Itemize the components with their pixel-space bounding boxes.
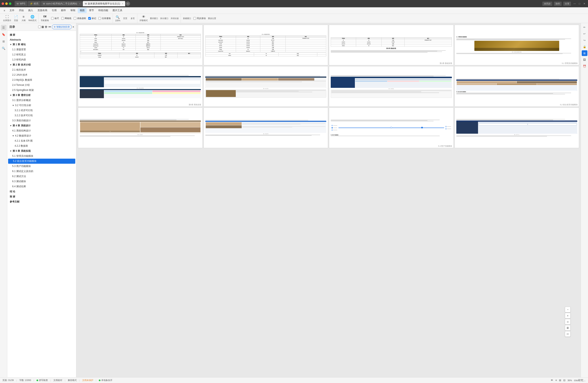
toc-abstract[interactable]: 摘 要 [7, 32, 76, 38]
toc-panel-icon[interactable]: ☰ [1, 25, 6, 30]
rp-clock-icon[interactable]: ⏰ [582, 63, 588, 69]
menu-review[interactable]: 审阅 [68, 8, 77, 13]
bookmark-icon[interactable]: 🔖 [1, 32, 6, 37]
tab-wps[interactable]: W WPS [15, 1, 27, 6]
image-icon[interactable]: 🖼 [42, 26, 44, 28]
toc-ch3-3[interactable]: 3.3 系统功能设计 [7, 118, 76, 123]
ai-recognize-button[interactable]: ⚙ 智能识别目录 [52, 24, 72, 29]
page-thumb-7[interactable]: 图5.x 管理界面 [329, 66, 454, 107]
toc-ch3[interactable]: ▼第 3 章 需求分析 [7, 93, 76, 98]
page-thumb-2[interactable]: 表 x-x 数据表结构 字段名类型说明备注 idint主键PRIMARY KEY… [204, 25, 328, 65]
page-thumb-12[interactable]: 图5.x 用户中心 [455, 107, 579, 148]
spell-check[interactable]: 拼写检查 [37, 379, 48, 382]
tab-close-doc[interactable]: × [122, 3, 123, 5]
menu-start[interactable]: 开始 [17, 8, 26, 13]
restore-btn[interactable]: □ [577, 2, 582, 6]
reset-pos-button[interactable]: 重设位置 [207, 15, 217, 22]
side-by-side-button[interactable]: 并排比较 [170, 15, 180, 22]
add-icon[interactable]: ➕ [45, 26, 47, 28]
toc-ch4-1[interactable]: 4.1 系统结构设计 [7, 128, 76, 133]
toc-ch4-2-2[interactable]: 4.2.2 数据表 [7, 143, 76, 148]
minus-icon[interactable]: ➖ [48, 26, 51, 28]
page-thumb-5[interactable]: 图5.x 系统实现界面 [78, 66, 203, 107]
toc-ch2-2[interactable]: 2.2 JAVA 技术 [7, 72, 76, 78]
rp-redo-icon[interactable]: ↪ [582, 37, 588, 43]
eye-protect-button[interactable]: 👁 护眼模式 [139, 15, 149, 22]
toc-ch2[interactable]: ▼第 2 章 技术介绍 [7, 62, 76, 67]
tab-active-doc[interactable]: W 副本家具销售电商平台论文(1) × [83, 1, 125, 6]
task-pane-checkbox[interactable]: 任务窗格 [97, 17, 112, 20]
menu-file[interactable]: 文件 [7, 8, 17, 13]
sync-button[interactable]: 未同步 [542, 2, 552, 6]
more-button[interactable]: ••• [565, 331, 570, 337]
crop-button[interactable]: ⊡ [565, 319, 570, 324]
ruler-checkbox[interactable]: 标尺 [50, 17, 60, 20]
tab-daoke[interactable]: 🌾 稻壳 [28, 1, 41, 6]
toc-ch5-2-active[interactable]: 5.2 前台首页功能模块 [8, 159, 75, 164]
toc-ch2-4[interactable]: 2.4 Tomcat 介绍 [7, 82, 76, 88]
view-icon[interactable]: 👁 [551, 379, 553, 382]
toc-ch6-4[interactable]: 6.4 测试结果 [7, 184, 76, 189]
web-view-button[interactable]: 🌐 Web页式 [27, 15, 38, 22]
toc-ch1-3[interactable]: 1.3 研究内容 [7, 57, 76, 62]
toc-ch3-2[interactable]: ▼3.2 可行性分析 [7, 103, 76, 108]
rp-undo-icon[interactable]: ↩ [582, 31, 588, 37]
doc-review[interactable]: 文档校对 [53, 379, 62, 382]
toc-conclusion[interactable]: 结 论 [7, 189, 76, 194]
new-window-button[interactable]: 新建窗口 [182, 15, 192, 22]
fullscreen-button[interactable]: ⛶ 全屏显示 [2, 15, 12, 22]
toc-ch2-1[interactable]: 2.1 相关技术 [7, 67, 76, 72]
tab-close-ssm[interactable]: × [79, 3, 80, 5]
toc-abstracts[interactable]: Abstracts [7, 38, 76, 42]
toc-ch5-3[interactable]: 5.3 用户功能模块 [7, 164, 76, 169]
close-window-button[interactable] [2, 2, 4, 5]
backup-status[interactable]: 本地备份开 [99, 379, 112, 382]
menu-view[interactable]: 视图 [78, 8, 87, 13]
menu-chapter[interactable]: 章节 [87, 8, 96, 13]
page-thumb-4[interactable]: 5.1 管理员功能模块 图5.1 管理员功能模块界面 [455, 25, 579, 65]
page-thumb-6[interactable]: 图5.x 前台首页 [204, 66, 328, 107]
rp-pen-icon[interactable]: ✏ [582, 24, 588, 30]
toc-ch2-5[interactable]: 2.5 SpringBoot 框架 [7, 88, 76, 93]
zoom-out-button[interactable]: − [565, 307, 570, 312]
toc-ch4-2-1[interactable]: 4.2.1 实体 ER 图 [7, 138, 76, 143]
doc-protect[interactable]: 文档未保护 [82, 379, 93, 382]
toc-ch5[interactable]: ▼第 5 章 系统实现 [7, 148, 76, 154]
toc-references[interactable]: 参考文献 [7, 199, 76, 204]
toc-ch6-1[interactable]: 6.1 测试定义及目的 [7, 169, 76, 174]
toc-thanks[interactable]: 致 谢 [7, 194, 76, 199]
toc-ch4[interactable]: ▼第 4 章 系统设计 [7, 123, 76, 128]
collab-button[interactable]: 协作 [554, 2, 562, 6]
grid-checkbox[interactable]: 网格线 [60, 17, 72, 20]
page-thumb-1[interactable]: 表 x-x 数据表结构 字段名类型说明备注 idint主键PRIMARY KEY… [78, 25, 203, 65]
page-thumb-10[interactable]: 图5.x 商品列表 [204, 107, 328, 148]
rp-thumbnail-icon[interactable]: ⊞ [582, 50, 588, 56]
arrange-button[interactable]: 重排窗口 [149, 15, 159, 22]
toc-ch1[interactable]: ▼第 1 章 绪论 [7, 42, 76, 47]
toc-ch1-2[interactable]: 1.2 研究意义 [7, 52, 76, 57]
mark-checkbox[interactable]: 标记 [87, 17, 97, 20]
zoom-in-button[interactable]: + [565, 313, 570, 319]
page-width-button[interactable]: 页宽 [122, 15, 129, 22]
multi-page-button[interactable]: 多页 [129, 15, 136, 22]
checkbox-area[interactable] [38, 26, 41, 28]
page-thumb-9[interactable]: 沙发 图5.x 首页展示 [78, 107, 203, 148]
zoom-level-button[interactable]: 🔍 100% [114, 15, 121, 22]
sync-scroll-checkbox[interactable]: 同步滚动 [192, 17, 207, 20]
tab-ssm[interactable]: W ssm小程序校内二手交易网站 × [41, 1, 82, 6]
toc-ch3-2-2[interactable]: 3.2.2 技术可行性 [7, 113, 76, 118]
new-tab-button[interactable]: + [126, 1, 130, 6]
rp-image-icon[interactable]: 🖼 [582, 57, 588, 62]
share-button[interactable]: 分享 [563, 2, 571, 6]
toc-ch5-1[interactable]: 5.1 管理员功能模块 [7, 154, 76, 159]
split-button[interactable]: 拆分窗口 [159, 15, 169, 22]
page-thumb-3[interactable]: 字段名类型说明备注 idint主键PRIMARY KEY orderIdvarc… [329, 25, 454, 65]
image-button[interactable]: 🖼 [565, 325, 570, 331]
toc-ch1-1[interactable]: 1.1 课题背景 [7, 47, 76, 52]
close-sidebar-button[interactable]: × [72, 25, 74, 28]
toc-ch3-1[interactable]: 3.1 需求分析概述 [7, 98, 76, 103]
compat-mode[interactable]: 兼容模式 [68, 379, 77, 382]
zoom-minus-icon[interactable]: ⊟ [563, 379, 566, 382]
menu-image-tools[interactable]: 图片工具 [111, 8, 124, 13]
nav-pane-button[interactable]: 🗺 导航窗格 [40, 15, 50, 22]
